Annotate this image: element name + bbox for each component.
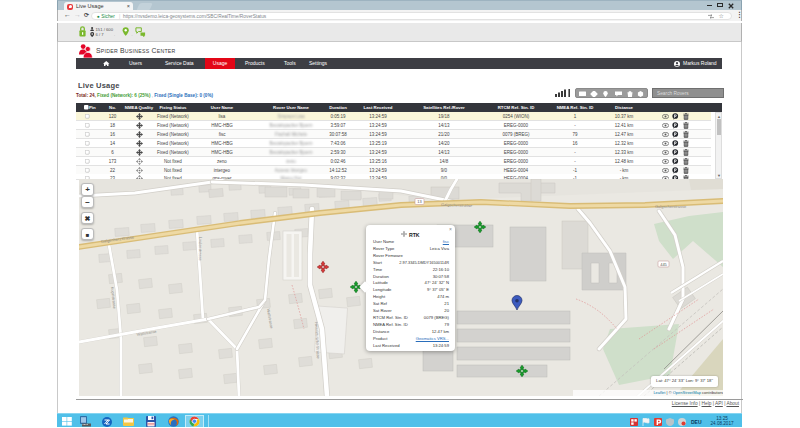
svg-text:445: 445 bbox=[660, 262, 667, 267]
svg-text:Galgscherstrasse: Galgscherstrasse bbox=[655, 204, 687, 209]
svg-text:13: 13 bbox=[417, 199, 422, 204]
svg-text:Lindenstrasse: Lindenstrasse bbox=[198, 237, 202, 261]
